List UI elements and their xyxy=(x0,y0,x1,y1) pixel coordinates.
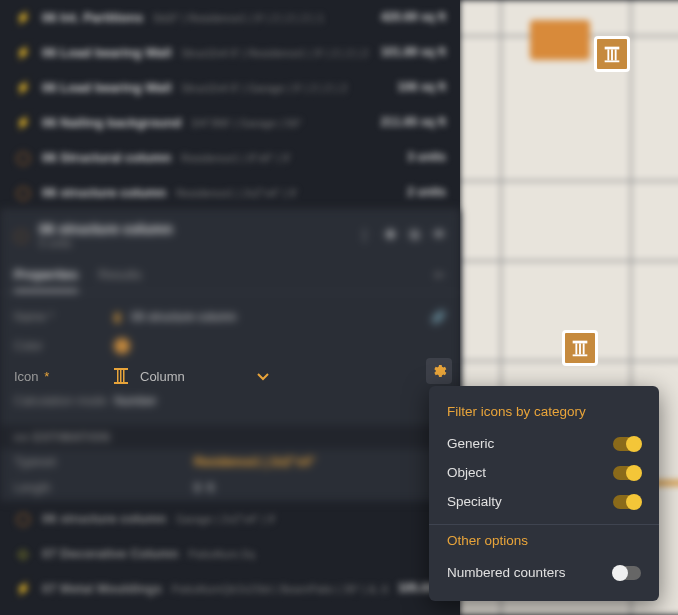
item-sub: Struct2x4 8' | Garage | 9' | 2 | 2 | 2 xyxy=(181,82,347,94)
option-label: Specialty xyxy=(447,494,502,509)
column-marker-icon[interactable] xyxy=(594,36,630,72)
list-item[interactable]: ⚡ 07 Metal Mouldings PatioAlumQtr2x2Std … xyxy=(0,571,460,606)
item-sub: PatioAlumQtr2x2Std | BeamPatio | 39° | &… xyxy=(172,583,389,595)
prop-calc-label: Calculation mode xyxy=(14,394,114,408)
toggle-numbered[interactable] xyxy=(613,566,641,580)
icon-settings-button[interactable] xyxy=(426,358,452,384)
svg-rect-11 xyxy=(117,370,119,382)
svg-rect-12 xyxy=(120,370,122,382)
item-sub: Std3" | Residence1 | 9' | 2 | 2 | 2 | 1 xyxy=(153,12,324,24)
svg-rect-4 xyxy=(605,60,620,62)
column-marker-icon[interactable] xyxy=(562,330,598,366)
list-item[interactable]: ◯ 06 structure column Garage | 2x2"x4" |… xyxy=(0,501,460,536)
item-sub: PatioAlum.Sq xyxy=(188,548,255,560)
item-name: 06 structure column xyxy=(42,185,166,200)
svg-rect-10 xyxy=(114,368,128,370)
tab-properties[interactable]: Properties xyxy=(14,259,78,292)
item-qty: 420.69 sq ft xyxy=(381,10,446,24)
svg-rect-13 xyxy=(123,370,125,382)
toggle-specialty[interactable] xyxy=(613,495,641,509)
prop-name-label: Name * xyxy=(14,310,114,324)
color-swatch[interactable] xyxy=(114,338,130,354)
item-name: 06 structure column xyxy=(42,511,166,526)
item-qty: 106 sq ft xyxy=(397,80,446,94)
list-item[interactable]: ⚡ 06 Load bearing Wall Struct2x4 8' | Ga… xyxy=(0,70,460,105)
list-item[interactable]: ⚡ 06 Nailing background 3/4"3ft8' | Gara… xyxy=(0,105,460,140)
item-name: 06 Load bearing Wall xyxy=(42,45,172,60)
connector-icon: ⚡ xyxy=(14,43,32,61)
diamond-icon: ◇ xyxy=(14,544,32,562)
connector-icon: ⚡ xyxy=(14,78,32,96)
item-sub: Struct2x4 8' | Residence1 | 9' | 2 | 2 |… xyxy=(181,47,368,59)
prop-name-value[interactable]: 06 structure column xyxy=(131,310,236,324)
chevron-down-icon xyxy=(257,369,269,384)
item-name: 07 Metal Mouldings xyxy=(42,581,162,596)
list-item[interactable]: ⚡ 06 Int. Partitions Std3" | Residence1 … xyxy=(0,0,460,35)
svg-rect-0 xyxy=(605,47,620,50)
add-icon[interactable]: ✚ xyxy=(385,227,396,243)
ring-icon: ◯ xyxy=(14,183,32,201)
typeset-label: Typeset xyxy=(14,455,194,469)
option-label: Generic xyxy=(447,436,494,451)
items-list-top: ⚡ 06 Int. Partitions Std3" | Residence1 … xyxy=(0,0,460,606)
column-icon xyxy=(114,368,128,384)
svg-rect-9 xyxy=(573,354,588,356)
item-sub: Residence1 | 8"x8" | 9' xyxy=(181,152,291,164)
option-label: Object xyxy=(447,465,486,480)
toggle-generic[interactable] xyxy=(613,437,641,451)
link-icon[interactable]: 🔗 xyxy=(431,310,446,324)
item-sub: 3/4"3ft8' | Garage | 56° xyxy=(191,117,302,129)
tab-results[interactable]: Results xyxy=(98,259,141,292)
length-label: Length xyxy=(14,481,194,495)
list-item[interactable]: ◇ 07 Decorative Column PatioAlum.Sq 2 xyxy=(0,536,460,571)
typeset-value[interactable]: Residence1 | 2x2"x4" xyxy=(194,455,315,469)
detail-title: 06 structure column xyxy=(39,221,173,237)
estimation-header[interactable]: ●● ESTIMATION xyxy=(0,425,460,449)
svg-rect-7 xyxy=(579,343,581,354)
length-value[interactable]: 9 xyxy=(194,481,201,495)
takeoff-sidebar: ⚡ 06 Int. Partitions Std3" | Residence1 … xyxy=(0,0,460,615)
svg-rect-2 xyxy=(611,49,613,60)
popup-filter-title: Filter icons by category xyxy=(429,404,659,429)
popup-other-title: Other options xyxy=(429,533,659,558)
icon-dropdown-row: Icon * Column xyxy=(0,358,460,394)
prop-calc-value[interactable]: Number xyxy=(114,394,157,408)
item-name: 07 Decorative Column xyxy=(42,546,179,561)
icon-dropdown[interactable]: Column xyxy=(114,368,446,384)
collapse-icon[interactable]: ⇤ xyxy=(435,259,446,292)
connector-icon: ⚡ xyxy=(14,579,32,597)
copy-icon[interactable]: ⧉ xyxy=(410,227,419,243)
svg-rect-8 xyxy=(583,343,585,354)
list-item[interactable]: ◯ 06 Structural column Residence1 | 8"x8… xyxy=(0,140,460,175)
ring-icon: ◯ xyxy=(14,509,32,527)
eye-icon[interactable]: 👁 xyxy=(433,227,446,243)
toggle-object[interactable] xyxy=(613,466,641,480)
item-qty: 2 units xyxy=(407,185,446,199)
svg-rect-14 xyxy=(114,382,128,384)
prop-color-label: Color xyxy=(14,339,114,353)
option-label: Numbered counters xyxy=(447,565,566,580)
list-item[interactable]: ◯ 06 structure column Residence1 | 2x2"x… xyxy=(0,175,460,210)
ring-icon: ◯ xyxy=(14,148,32,166)
connector-icon: ⚡ xyxy=(14,8,32,26)
icon-filter-popup: Filter icons by category Generic Object … xyxy=(429,386,659,601)
item-qty: 3 units xyxy=(407,150,446,164)
list-item[interactable]: ⚡ 06 Load bearing Wall Struct2x4 8' | Re… xyxy=(0,35,460,70)
detail-tabs: Properties Results ⇤ xyxy=(0,259,460,293)
svg-rect-6 xyxy=(575,343,577,354)
filter-option-generic[interactable]: Generic xyxy=(429,429,659,458)
filter-option-object[interactable]: Object xyxy=(429,458,659,487)
item-qty: 101.89 sq ft xyxy=(381,45,446,59)
item-name: 06 Nailing background xyxy=(42,115,181,130)
filter-option-specialty[interactable]: Specialty xyxy=(429,487,659,516)
length-unit: ft xyxy=(207,481,214,495)
item-name: 06 Int. Partitions xyxy=(42,10,143,25)
detail-subtitle: 5 units xyxy=(39,237,173,249)
item-name: 06 Structural column xyxy=(42,150,171,165)
required-marker: * xyxy=(44,369,49,384)
option-numbered-counters[interactable]: Numbered counters xyxy=(429,558,659,587)
kebab-icon[interactable]: ⋮ xyxy=(358,227,371,243)
connector-icon: ⚡ xyxy=(14,113,32,131)
svg-rect-5 xyxy=(573,341,588,344)
icon-dropdown-value: Column xyxy=(140,369,185,384)
